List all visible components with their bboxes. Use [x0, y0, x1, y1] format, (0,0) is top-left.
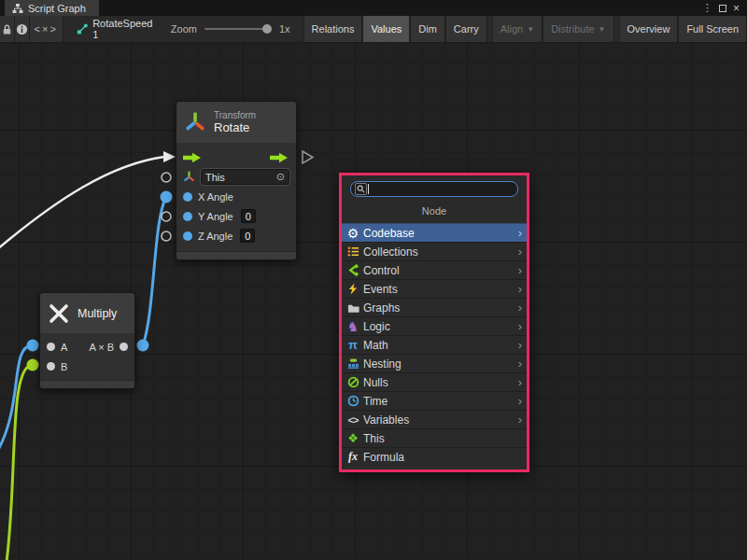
port-multiply-b-input[interactable] [27, 359, 39, 371]
x-angle-dot-icon[interactable] [183, 192, 192, 202]
finder-item-time[interactable]: Time › [342, 391, 527, 410]
align-dropdown[interactable]: Align ▼ [492, 16, 543, 43]
y-angle-dot-icon[interactable] [183, 212, 192, 221]
clock-icon [345, 394, 360, 408]
a-dot-icon[interactable] [47, 343, 55, 351]
this-object-field[interactable]: This ⊙ [201, 169, 289, 185]
finder-item-nulls[interactable]: Nulls › [342, 372, 527, 391]
gear-icon: ⚙ [345, 226, 360, 240]
port-z-angle-input[interactable] [162, 231, 171, 241]
transform-axes-icon [184, 111, 206, 133]
dim-button[interactable]: Dim [410, 16, 445, 43]
node-transform-rotate[interactable]: Transform Rotate [176, 101, 297, 260]
wire-control-flow[interactable] [0, 157, 164, 250]
finder-item-variables[interactable]: <> Variables › [342, 410, 527, 428]
graph-breadcrumb[interactable]: RotateSpeed 1 [63, 18, 163, 40]
code-preview-button[interactable]: <×> [30, 16, 63, 43]
finder-list: ⚙ Codebase › Collections › [342, 223, 527, 469]
close-icon[interactable]: × [733, 3, 740, 14]
flow-port-row [176, 147, 296, 167]
tab-script-graph[interactable]: Script Graph [5, 0, 99, 16]
zoom-slider[interactable] [204, 28, 272, 30]
node-title: Multiply [78, 307, 117, 320]
finder-item-codebase[interactable]: ⚙ Codebase › [342, 223, 527, 242]
rotate-node-header[interactable]: Transform Rotate [176, 102, 296, 143]
chevron-right-icon: › [518, 283, 522, 295]
transform-axes-icon-small [183, 171, 195, 183]
pi-icon: π [345, 338, 360, 352]
finder-header: Node [342, 197, 527, 223]
a-label: A [61, 342, 67, 353]
lock-icon [1, 23, 13, 35]
port-multiply-a-input[interactable] [27, 340, 39, 352]
lightning-icon [345, 282, 360, 296]
chevron-down-icon: ▼ [527, 25, 534, 34]
rotate-node-titles: Transform Rotate [214, 110, 256, 134]
multiply-node-footer [40, 380, 134, 388]
b-label: B [61, 361, 67, 372]
finder-item-control[interactable]: Control › [342, 260, 527, 279]
finder-item-formula[interactable]: fx Formula [342, 447, 527, 466]
rotate-node-footer [176, 251, 296, 259]
wire-into-multiply-b[interactable] [7, 365, 33, 560]
y-angle-value-field[interactable]: 0 [241, 209, 256, 223]
node-search-input[interactable] [372, 183, 514, 195]
this-port-row: This ⊙ [176, 167, 296, 187]
lock-button[interactable] [0, 16, 15, 43]
zoom-slider-handle[interactable] [262, 24, 272, 34]
b-dot-icon[interactable] [47, 362, 55, 371]
full-screen-button[interactable]: Full Screen [678, 16, 747, 43]
z-angle-row: Z Angle 0 [176, 226, 296, 245]
chevron-right-icon: › [518, 245, 522, 258]
text-caret [368, 184, 369, 194]
distribute-dropdown[interactable]: Distribute ▼ [543, 16, 613, 43]
chevron-right-icon: › [518, 320, 522, 332]
flow-input-arrow-icon[interactable] [183, 152, 203, 163]
tab-label: Script Graph [28, 3, 86, 14]
formula-icon: fx [345, 450, 360, 464]
window-menu-icon[interactable]: ⋮ [702, 3, 712, 13]
port-y-angle-input[interactable] [162, 212, 171, 221]
finder-item-nesting[interactable]: Nesting › [342, 354, 527, 372]
carry-button[interactable]: Carry [445, 16, 487, 43]
z-angle-dot-icon[interactable] [183, 231, 192, 241]
window-controls: ⋮ × [702, 0, 747, 16]
graph-canvas[interactable]: Transform Rotate [0, 43, 747, 560]
rotate-node-body: This ⊙ X Angle Y Angle 0 Z Angle 0 [176, 143, 296, 251]
x-angle-row: X Angle [176, 187, 296, 206]
finder-item-events[interactable]: Events › [342, 279, 527, 298]
port-multiply-output[interactable] [137, 340, 149, 352]
maximize-icon[interactable] [719, 5, 726, 12]
multiply-node-header[interactable]: Multiply [40, 293, 134, 333]
finder-search-field[interactable] [350, 181, 518, 197]
z-angle-value-field[interactable]: 0 [240, 229, 255, 243]
port-this-input[interactable] [162, 173, 171, 182]
z-angle-label: Z Angle [198, 231, 233, 242]
nesting-icon [345, 357, 360, 371]
finder-item-math[interactable]: π Math › [342, 335, 527, 354]
zoom-control: Zoom 1x [163, 23, 298, 35]
object-picker-icon[interactable]: ⊙ [276, 171, 285, 183]
finder-item-this[interactable]: ❖ This [342, 428, 527, 447]
finder-item-logic[interactable]: ♞ Logic › [342, 316, 527, 335]
multiply-node-body: A A × B B [40, 333, 134, 380]
flow-output-arrow-icon[interactable] [270, 152, 289, 163]
this-field-value: This [205, 172, 225, 183]
node-finder-menu: Node ⚙ Codebase › Collections [339, 173, 529, 472]
info-button[interactable] [15, 16, 30, 43]
relations-button[interactable]: Relations [303, 16, 363, 43]
finder-search-row [342, 175, 527, 197]
overview-button[interactable]: Overview [619, 16, 679, 43]
port-x-angle-input[interactable] [161, 191, 173, 203]
node-multiply[interactable]: Multiply A A × B B [39, 292, 135, 389]
finder-item-graphs[interactable]: Graphs › [342, 298, 527, 316]
values-button[interactable]: Values [362, 16, 410, 43]
output-dot-icon[interactable] [120, 343, 128, 351]
chevron-right-icon: › [518, 357, 522, 370]
finder-item-collections[interactable]: Collections › [342, 242, 527, 260]
port-flow-output-triangle[interactable] [303, 151, 313, 163]
chevron-down-icon: ▼ [599, 25, 606, 34]
control-flow-icon [345, 263, 360, 277]
graph-hierarchy-icon [12, 3, 23, 14]
null-icon [345, 375, 360, 389]
